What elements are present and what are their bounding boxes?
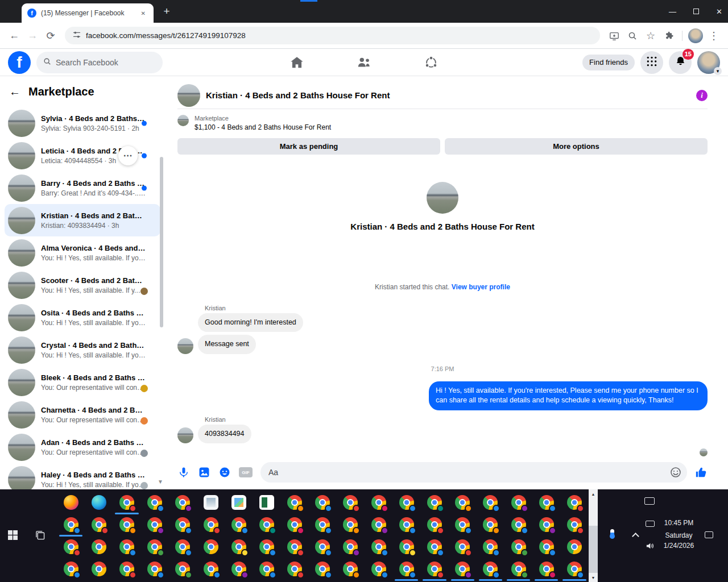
- bookmark-star-icon[interactable]: ☆: [642, 27, 659, 44]
- incoming-message-bubble[interactable]: 4093834494: [198, 425, 251, 444]
- chrome-taskbar-icon[interactable]: [85, 514, 113, 535]
- chrome-taskbar-icon[interactable]: [392, 559, 420, 579]
- chrome-taskbar-icon[interactable]: [197, 514, 225, 535]
- chrome-taskbar-icon[interactable]: [337, 537, 365, 557]
- chrome-taskbar-icon[interactable]: [337, 514, 365, 535]
- window-close-button[interactable]: ✕: [716, 7, 722, 16]
- friends-tab-icon[interactable]: [354, 53, 374, 72]
- chrome-taskbar-icon[interactable]: [85, 559, 113, 579]
- extensions-icon[interactable]: [660, 27, 677, 44]
- new-tab-button[interactable]: +: [159, 5, 174, 19]
- chrome-taskbar-icon[interactable]: [281, 514, 309, 535]
- chrome-taskbar-icon[interactable]: [532, 559, 560, 579]
- outgoing-message-bubble[interactable]: Hi ! Yes, still available. If you're int…: [429, 381, 708, 410]
- address-bar[interactable]: [65, 27, 600, 44]
- chrome-taskbar-icon[interactable]: [420, 492, 448, 513]
- menu-kebab-icon[interactable]: ⋮: [705, 27, 722, 44]
- window-taskbar-icon[interactable]: [197, 492, 225, 513]
- chrome-taskbar-icon[interactable]: [253, 559, 280, 579]
- hidden-icons-chevron[interactable]: [632, 533, 639, 540]
- chrome-taskbar-icon[interactable]: [392, 514, 420, 535]
- chat-list-item[interactable]: Kristian · 4 Beds and 2 Baths Ho...Krist…: [5, 204, 160, 236]
- chat-list-item[interactable]: Sylvia · 4 Beds and 2 Baths Ho...Sylvia:…: [5, 107, 160, 139]
- attach-image-icon[interactable]: [198, 466, 210, 479]
- chrome-taskbar-icon[interactable]: [141, 514, 169, 535]
- emoji-icon[interactable]: [670, 467, 681, 478]
- scroll-thumb[interactable]: [589, 498, 598, 526]
- forward-button[interactable]: →: [24, 27, 41, 44]
- mark-as-pending-button[interactable]: Mark as pending: [177, 138, 440, 155]
- notifications-button[interactable]: 15: [669, 51, 692, 74]
- tablet-device-icon[interactable]: [644, 497, 655, 505]
- chrome-taskbar-icon[interactable]: [504, 492, 532, 513]
- weather-thermometer-icon[interactable]: [610, 529, 614, 537]
- chrome-taskbar-icon[interactable]: [253, 514, 280, 535]
- chrome-taskbar-icon[interactable]: [225, 559, 253, 579]
- find-friends-button[interactable]: Find friends: [582, 55, 635, 70]
- chrome-taskbar-icon[interactable]: [169, 559, 197, 579]
- chrome-taskbar-icon[interactable]: [57, 537, 85, 557]
- reload-button[interactable]: ⟳: [42, 27, 59, 44]
- chrome-taskbar-icon[interactable]: [113, 537, 140, 557]
- chrome-taskbar-icon[interactable]: [532, 537, 560, 557]
- sidebar-scrollbar[interactable]: [160, 157, 163, 327]
- chrome-taskbar-icon[interactable]: [337, 559, 365, 579]
- chrome-taskbar-icon[interactable]: [225, 537, 253, 557]
- chrome-taskbar-icon[interactable]: [477, 559, 504, 579]
- chat-list-item[interactable]: Crystal · 4 Beds and 2 Baths Ho...You: H…: [5, 334, 160, 366]
- sticker-icon[interactable]: [218, 466, 231, 479]
- chrome-taskbar-icon[interactable]: [141, 537, 169, 557]
- chrome-taskbar-icon[interactable]: [532, 514, 560, 535]
- active-tab[interactable]: f (15) Messenger | Facebook ✕: [22, 3, 154, 23]
- scroll-up-icon[interactable]: ▲: [589, 489, 598, 498]
- chrome-taskbar-icon[interactable]: [225, 514, 253, 535]
- chrome-taskbar-icon[interactable]: [57, 559, 85, 579]
- sheet-taskbar-icon[interactable]: [253, 492, 280, 513]
- chrome-taskbar-icon[interactable]: [85, 537, 113, 557]
- window-maximize-button[interactable]: [693, 7, 699, 16]
- chrome-taskbar-icon[interactable]: [477, 514, 504, 535]
- chrome-taskbar-icon[interactable]: [141, 492, 169, 513]
- chrome-taskbar-icon[interactable]: [281, 492, 309, 513]
- chrome-taskbar-icon[interactable]: [392, 537, 420, 557]
- chat-list-item[interactable]: Leticia · 4 Beds and 2 Baths ...Leticia:…: [5, 139, 160, 172]
- chrome-taskbar-icon[interactable]: [449, 537, 477, 557]
- url-input[interactable]: [86, 31, 592, 40]
- chat-list-item[interactable]: Adan · 4 Beds and 2 Baths Ho...You: Our …: [5, 431, 160, 463]
- more-options-button[interactable]: More options: [445, 138, 708, 155]
- back-button[interactable]: ←: [6, 27, 23, 44]
- scroll-down-icon[interactable]: ▼: [589, 573, 598, 582]
- install-cast-icon[interactable]: [606, 27, 623, 44]
- chrome-taskbar-icon[interactable]: [420, 537, 448, 557]
- chat-list-item[interactable]: Scooter · 4 Beds and 2 Baths ...You: Hi …: [5, 269, 160, 301]
- chrome-taskbar-icon[interactable]: [477, 537, 504, 557]
- chrome-taskbar-icon[interactable]: [253, 537, 280, 557]
- chrome-taskbar-icon[interactable]: [169, 514, 197, 535]
- lens-search-icon[interactable]: [624, 27, 641, 44]
- firefox-taskbar-icon[interactable]: [57, 492, 85, 513]
- voice-clip-icon[interactable]: [177, 466, 190, 479]
- chrome-taskbar-icon[interactable]: [281, 537, 309, 557]
- chrome-taskbar-icon[interactable]: [504, 537, 532, 557]
- taskbar-scrollbar[interactable]: ▲ ▼: [589, 489, 598, 582]
- account-avatar[interactable]: [697, 51, 720, 74]
- chat-list-item[interactable]: Alma Veronica · 4 Beds and 2 B...You: Hi…: [5, 236, 160, 269]
- chat-options-button[interactable]: ⋯: [118, 146, 138, 165]
- facebook-search[interactable]: [36, 52, 163, 73]
- chrome-taskbar-icon[interactable]: [365, 559, 392, 579]
- photos-taskbar-icon[interactable]: [225, 492, 253, 513]
- site-info-icon[interactable]: [73, 31, 81, 41]
- chat-list-item[interactable]: Charnetta · 4 Beds and 2 Bat...You: Our …: [5, 398, 160, 431]
- chrome-taskbar-icon[interactable]: [113, 492, 140, 513]
- chrome-taskbar-icon[interactable]: [141, 559, 169, 579]
- view-buyer-profile-link[interactable]: View buyer profile: [452, 283, 510, 291]
- chrome-taskbar-icon[interactable]: [281, 559, 309, 579]
- conversation-info-icon[interactable]: i: [696, 90, 708, 101]
- groups-tab-icon[interactable]: [421, 53, 441, 72]
- chrome-taskbar-icon[interactable]: [560, 514, 588, 535]
- search-input[interactable]: [56, 58, 147, 67]
- chrome-taskbar-icon[interactable]: [309, 492, 337, 513]
- chrome-taskbar-icon[interactable]: [560, 559, 588, 579]
- chrome-taskbar-icon[interactable]: [197, 537, 225, 557]
- chat-list-item[interactable]: Haley · 4 Beds and 2 Baths H...You: Hi !…: [5, 463, 160, 489]
